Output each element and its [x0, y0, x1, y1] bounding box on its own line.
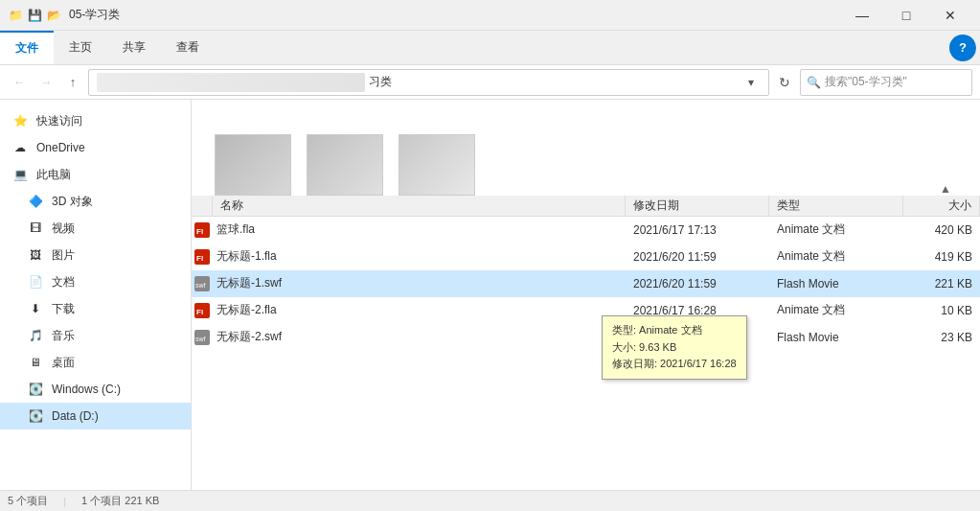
up-button[interactable]: ↑ — [61, 71, 84, 94]
sidebar-label-thispc: 此电脑 — [36, 167, 71, 183]
table-row[interactable]: Fl 篮球.fla 2021/6/17 17:13 Animate 文档 420… — [192, 217, 980, 244]
sidebar-item-videos[interactable]: 🎞 视频 — [0, 215, 191, 242]
svg-text:swf: swf — [195, 336, 206, 342]
svg-text:swf: swf — [195, 282, 206, 289]
sidebar-label-pictures: 图片 — [52, 247, 75, 264]
table-row[interactable]: swf 无标题-2.swf 2021/6/17 16:29 Flash Movi… — [192, 324, 980, 351]
sidebar-label-desktop: 桌面 — [52, 355, 75, 371]
tab-file[interactable]: 文件 — [0, 31, 54, 64]
sidebar-item-onedrive[interactable]: ☁ OneDrive — [0, 134, 191, 161]
sidebar-item-3dobjects[interactable]: 🔷 3D 对象 — [0, 188, 191, 215]
file-icon-cell: Fl — [192, 249, 213, 265]
downloads-icon: ⬇ — [27, 300, 44, 317]
quickaccess-icon: ⭐ — [11, 112, 29, 129]
col-header-date[interactable]: 修改日期 — [626, 196, 769, 216]
title-bar: 📁 💾 📂 05-学习类 — □ ✕ — [0, 0, 980, 31]
sidebar-label-datad: Data (D:) — [52, 409, 99, 423]
file-icon-cell: Fl — [192, 303, 213, 318]
sidebar-label-downloads: 下载 — [52, 301, 75, 317]
col-header-size[interactable]: 大小 — [903, 196, 980, 216]
address-bar: ← → ↑ 习类 ▾ ↻ 🔍 搜索"05-学习类" — [0, 65, 980, 100]
onedrive-icon: ☁ — [11, 139, 29, 156]
help-button[interactable]: ? — [949, 35, 976, 61]
ribbon: 文件 主页 共享 查看 ? — [0, 31, 980, 65]
sidebar-item-windowsc[interactable]: 💽 Windows (C:) — [0, 376, 191, 403]
swf-icon: swf — [194, 276, 210, 291]
table-row[interactable]: swf 无标题-1.swf 2021/6/20 11:59 Flash Movi… — [192, 270, 980, 297]
thumbnail-2 — [307, 134, 383, 196]
file-type: Animate 文档 — [769, 221, 903, 238]
content-area: ▲ 名称 修改日期 类型 大小 Fl 篮球.fla 2021/6/17 17:1… — [192, 100, 980, 490]
sidebar-item-desktop[interactable]: 🖥 桌面 — [0, 349, 191, 376]
forward-button[interactable]: → — [34, 71, 57, 94]
sidebar-item-downloads[interactable]: ⬇ 下载 — [0, 295, 191, 322]
file-type: Animate 文档 — [769, 302, 903, 318]
status-bar: 5 个项目 | 1 个项目 221 KB — [0, 490, 980, 511]
file-list: Fl 篮球.fla 2021/6/17 17:13 Animate 文档 420… — [192, 217, 980, 490]
table-row[interactable]: Fl 无标题-2.fla 2021/6/17 16:28 Animate 文档 … — [192, 297, 980, 324]
file-icon-cell: swf — [192, 330, 213, 345]
maximize-button[interactable]: □ — [884, 0, 928, 31]
address-dropdown-icon[interactable]: ▾ — [741, 76, 761, 89]
sidebar-item-music[interactable]: 🎵 音乐 — [0, 322, 191, 349]
tooltip-type: 类型: Animate 文档 — [612, 322, 737, 339]
sidebar-item-pictures[interactable]: 🖼 图片 — [0, 242, 191, 268]
file-size: 419 KB — [903, 250, 980, 264]
file-size: 420 KB — [903, 223, 980, 237]
col-header-type[interactable]: 类型 — [769, 196, 903, 216]
svg-text:Fl: Fl — [196, 227, 203, 236]
folder-icon: 📁 — [8, 8, 23, 23]
title-controls: — □ ✕ — [840, 0, 972, 31]
datad-icon: 💽 — [27, 407, 44, 425]
swf-icon: swf — [194, 330, 210, 345]
tooltip-size: 大小: 9.63 KB — [612, 339, 737, 357]
file-date: 2021/6/17 17:13 — [626, 223, 769, 237]
sidebar: ⭐ 快速访问 ☁ OneDrive 💻 此电脑 🔷 3D 对象 🎞 视频 🖼 图… — [0, 100, 192, 490]
svg-text:Fl: Fl — [196, 254, 203, 263]
sidebar-label-videos: 视频 — [52, 221, 75, 237]
file-name: 无标题-2.swf — [213, 329, 626, 345]
back-button[interactable]: ← — [8, 71, 31, 94]
tab-view[interactable]: 查看 — [161, 31, 215, 64]
fla-icon: Fl — [194, 303, 210, 318]
search-box[interactable]: 🔍 搜索"05-学习类" — [800, 69, 972, 96]
tooltip: 类型: Animate 文档 大小: 9.63 KB 修改日期: 2021/6/… — [602, 315, 747, 380]
thumbnail-3 — [399, 134, 475, 196]
scroll-up-button[interactable]: ▲ — [934, 182, 957, 196]
file-type: Flash Movie — [769, 277, 903, 290]
pictures-icon: 🖼 — [27, 246, 44, 264]
save-icon: 💾 — [27, 8, 42, 23]
tab-share[interactable]: 共享 — [107, 31, 161, 64]
file-date: 2021/6/20 11:59 — [626, 250, 769, 264]
tab-home[interactable]: 主页 — [54, 31, 107, 64]
status-selected-info: 1 个项目 221 KB — [81, 494, 159, 508]
col-header-name[interactable]: 名称 — [213, 196, 626, 216]
sidebar-item-datad[interactable]: 💽 Data (D:) — [0, 403, 191, 430]
status-item-count: 5 个项目 — [8, 494, 48, 508]
sidebar-item-quickaccess[interactable]: ⭐ 快速访问 — [0, 107, 191, 134]
desktop-icon: 🖥 — [27, 354, 44, 371]
music-icon: 🎵 — [27, 327, 44, 344]
svg-text:Fl: Fl — [196, 308, 203, 316]
file-date: 2021/6/20 11:59 — [626, 277, 769, 290]
sidebar-label-windowsc: Windows (C:) — [52, 383, 121, 396]
sidebar-item-thispc[interactable]: 💻 此电脑 — [0, 161, 191, 188]
main-layout: ⭐ 快速访问 ☁ OneDrive 💻 此电脑 🔷 3D 对象 🎞 视频 🖼 图… — [0, 100, 980, 490]
thispc-icon: 💻 — [11, 166, 29, 183]
sidebar-label-music: 音乐 — [52, 328, 75, 344]
sidebar-label-quickaccess: 快速访问 — [36, 113, 82, 129]
minimize-button[interactable]: — — [840, 0, 884, 31]
close-button[interactable]: ✕ — [928, 0, 972, 31]
thumbnail-1 — [215, 134, 291, 196]
address-input[interactable]: 习类 ▾ — [88, 69, 769, 96]
table-row[interactable]: Fl 无标题-1.fla 2021/6/20 11:59 Animate 文档 … — [192, 244, 980, 270]
file-size: 10 KB — [903, 304, 980, 317]
windowsc-icon: 💽 — [27, 381, 44, 398]
refresh-button[interactable]: ↻ — [773, 71, 796, 94]
file-name: 无标题-1.fla — [213, 248, 626, 265]
3dobjects-icon: 🔷 — [27, 193, 44, 210]
sidebar-item-documents[interactable]: 📄 文档 — [0, 268, 191, 295]
address-text: 习类 — [369, 74, 741, 90]
search-icon: 🔍 — [807, 76, 821, 89]
file-icon-cell: swf — [192, 276, 213, 291]
